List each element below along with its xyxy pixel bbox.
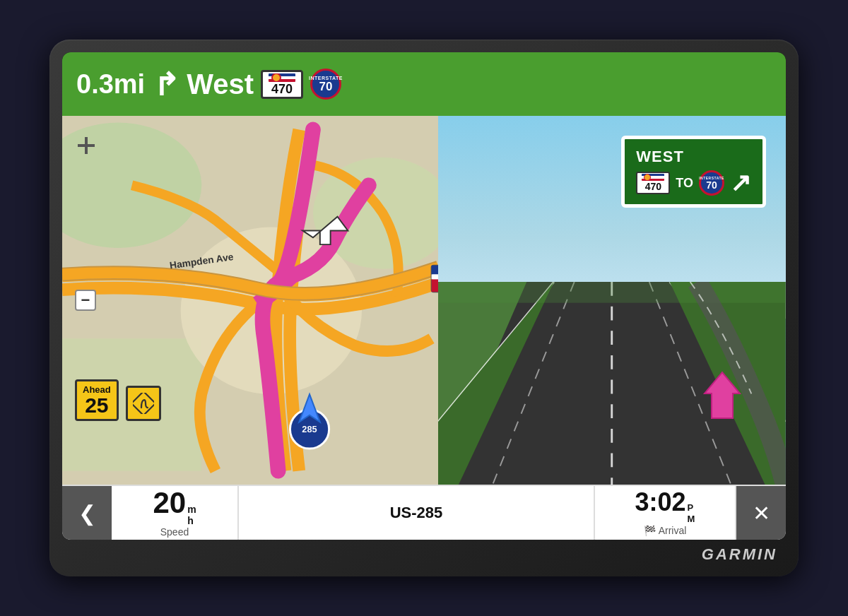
map-panel[interactable]: 285 470 Hampden Ave — [62, 116, 438, 485]
arrival-label-row: 🏁 Arrival — [644, 525, 687, 536]
speed-display-box: 20 m h Speed — [112, 486, 239, 540]
speed-m: m — [187, 504, 196, 515]
main-content: 285 470 Hampden Ave — [62, 116, 786, 485]
speed-value: 20 — [153, 488, 186, 518]
svg-rect-25 — [438, 282, 786, 303]
direction-info: West 470 INTERSTATE 70 — [187, 69, 341, 100]
ahead-speed-value: 25 — [83, 395, 111, 416]
speed-h: h — [187, 516, 196, 526]
arrival-display-box: 3:02 P M 🏁 Arrival — [595, 486, 736, 540]
arrival-time-value: 3:02 — [635, 490, 686, 515]
sign-badge-interstate-70: INTERSTATE 70 — [699, 170, 724, 196]
arrival-m: M — [688, 514, 695, 525]
garmin-logo: GARMIN — [702, 545, 777, 564]
ahead-speed-sign: Ahead 25 — [75, 379, 119, 421]
svg-rect-9 — [432, 266, 439, 275]
interstate-70-number: 70 — [319, 81, 333, 93]
distance-box: 0.3mi ↱ — [76, 66, 179, 102]
arrival-time-row: 3:02 P M — [635, 490, 695, 524]
status-bar: ❮ 20 m h Speed US-285 3:02 — [62, 485, 786, 540]
back-button[interactable]: ❮ — [62, 486, 112, 540]
svg-rect-11 — [432, 279, 439, 292]
colorado-flag-icon — [269, 73, 295, 82]
current-road-name: US-285 — [390, 504, 443, 522]
close-button[interactable]: ✕ — [736, 486, 786, 540]
sign-to-text: TO — [676, 176, 693, 191]
svg-rect-15 — [133, 393, 154, 414]
camera-panel: WEST 470 TO INTERSTATE 70 ↗ — [438, 116, 786, 485]
distance-display: 0.3mi — [76, 69, 145, 100]
garmin-device: 0.3mi ↱ West 470 INTERSTATE 70 — [49, 40, 799, 576]
arrival-p: P — [688, 502, 695, 514]
highway-overhead-sign: WEST 470 TO INTERSTATE 70 ↗ — [621, 136, 766, 208]
sign-i70-number: 70 — [706, 180, 717, 190]
curve-warning-sign — [126, 386, 161, 421]
route-badge-470: 470 — [261, 70, 303, 99]
map-roads: 285 470 Hampden Ave — [62, 116, 438, 485]
back-arrow-icon: ❮ — [78, 501, 96, 526]
route-badge-interstate-70: INTERSTATE 70 — [310, 69, 341, 100]
sign-badge-470: 470 — [636, 172, 670, 194]
flag-icon: 🏁 — [644, 525, 656, 536]
turn-arrow-icon: ↱ — [153, 66, 179, 102]
device-screen: 0.3mi ↱ West 470 INTERSTATE 70 — [62, 52, 786, 540]
nav-bar: 0.3mi ↱ West 470 INTERSTATE 70 — [62, 52, 786, 116]
current-road-box: US-285 — [239, 486, 595, 540]
sign-colorado-flag — [642, 174, 664, 181]
route-470-number: 470 — [271, 83, 293, 95]
arrival-label-text: Arrival — [659, 525, 687, 536]
close-x-icon: ✕ — [753, 501, 770, 526]
arrival-ampm-display: P M — [688, 502, 695, 524]
direction-text: West — [187, 69, 254, 100]
speed-label-text: Speed — [160, 526, 189, 538]
sign-direction-text: WEST — [636, 148, 751, 166]
sign-470-number: 470 — [645, 181, 661, 192]
route-arrow-overlay — [701, 369, 743, 428]
svg-rect-10 — [432, 275, 439, 280]
zoom-out-button[interactable]: − — [75, 290, 96, 311]
speed-value-row: 20 m h — [153, 488, 196, 526]
speed-unit-display: m h — [187, 504, 196, 526]
sign-direction-arrow-icon: ↗ — [730, 170, 751, 196]
sign-route-row: 470 TO INTERSTATE 70 ↗ — [636, 170, 751, 196]
svg-text:285: 285 — [302, 424, 317, 434]
map-recenter-icon[interactable] — [78, 137, 95, 154]
